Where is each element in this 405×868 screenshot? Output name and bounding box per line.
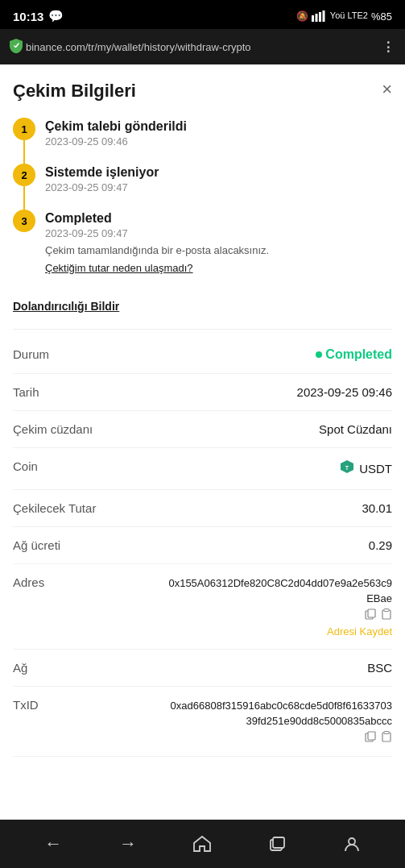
back-button[interactable]: ← xyxy=(35,826,71,862)
save-address-link[interactable]: Adresi Kaydet xyxy=(167,625,392,638)
home-button[interactable] xyxy=(184,826,220,862)
step-circle-1: 1 xyxy=(13,118,35,140)
address-value-section: 0x155A06312Dfe820C8C2d04dd07e9a2e563c9EB… xyxy=(167,575,392,638)
value-status: Completed xyxy=(316,347,392,362)
browser-secure-section: binance.com/tr/my/wallet/history/withdra… xyxy=(10,39,375,56)
info-row-address: Adres 0x155A06312Dfe820C8C2d04dd07e9a2e5… xyxy=(13,564,392,650)
svg-rect-15 xyxy=(273,837,284,848)
info-row-amount: Çekilecek Tutar 30.01 xyxy=(13,490,392,527)
label-fee: Ağ ücreti xyxy=(13,538,93,552)
address-copy-icon[interactable] xyxy=(365,608,376,622)
step-circle-2: 2 xyxy=(13,164,35,186)
txid-value-section: 0xad66808f315916abc0c68cde5d0f8f61633703… xyxy=(167,698,392,745)
status-text: Completed xyxy=(325,347,392,362)
info-row-date: Tarih 2023-09-25 09:46 xyxy=(13,374,392,411)
label-network: Ağ xyxy=(13,661,93,675)
svg-point-16 xyxy=(349,838,355,845)
forward-button[interactable]: → xyxy=(110,826,146,862)
step-time-1: 2023-09-25 09:46 xyxy=(45,135,187,147)
label-amount: Çekilecek Tutar xyxy=(13,501,96,515)
info-row-network: Ağ BSC xyxy=(13,650,392,687)
timeline-content-3: Completed 2023-09-25 09:47 Çekim tamamla… xyxy=(45,210,269,287)
svg-rect-11 xyxy=(368,732,375,740)
timeline-step-1: 1 Çekim talebi gönderildi 2023-09-25 09:… xyxy=(13,118,392,164)
info-row-fee: Ağ ücreti 0.29 xyxy=(13,527,392,564)
timeline-left-2: 2 xyxy=(13,164,35,210)
step-circle-3: 3 xyxy=(13,210,35,232)
txid-text: 0xad66808f315916abc0c68cde5d0f8f61633703… xyxy=(167,698,392,729)
address-paste-icon[interactable] xyxy=(381,608,392,622)
bottom-nav: ← → xyxy=(0,820,405,868)
close-button[interactable]: × xyxy=(382,81,392,98)
value-date: 2023-09-25 09:46 xyxy=(297,385,392,399)
mute-icon: 🔕 xyxy=(296,10,308,22)
status-right: 🔕 Yoü LTE2 %85 xyxy=(296,10,392,23)
value-coin: T USDT xyxy=(340,459,392,478)
timeline-line-2 xyxy=(23,186,25,210)
svg-text:T: T xyxy=(345,464,349,470)
timeline-left-3: 3 xyxy=(13,210,35,287)
coin-text: USDT xyxy=(359,462,392,476)
divider-top xyxy=(13,329,392,330)
address-text: 0x155A06312Dfe820C8C2d04dd07e9a2e563c9EB… xyxy=(167,575,392,607)
usdt-icon: T xyxy=(340,459,354,478)
main-content: Çekim Bilgileri × 1 Çekim talebi gönderi… xyxy=(0,64,405,820)
signal-label: Yoü LTE2 xyxy=(312,10,368,22)
profile-button[interactable] xyxy=(334,826,370,862)
info-row-coin: Coin T USDT xyxy=(13,448,392,490)
browser-menu-icon[interactable]: ⋮ xyxy=(382,39,395,55)
timeline-step-2: 2 Sistemde işleniyor 2023-09-25 09:47 xyxy=(13,164,392,210)
card-title: Çekim Bilgileri xyxy=(13,81,136,102)
info-row-status: Durum Completed xyxy=(13,336,392,374)
step-time-2: 2023-09-25 09:47 xyxy=(45,181,159,193)
info-rows: Durum Completed Tarih 2023-09-25 09:46 Ç… xyxy=(13,336,392,757)
step-time-3: 2023-09-25 09:47 xyxy=(45,227,269,239)
timeline-step-3: 3 Completed 2023-09-25 09:47 Çekim tamam… xyxy=(13,210,392,287)
label-coin: Coin xyxy=(13,459,93,473)
chat-icon: 💬 xyxy=(48,9,64,23)
svg-rect-3 xyxy=(323,10,325,22)
label-status: Durum xyxy=(13,347,93,361)
svg-rect-7 xyxy=(368,609,375,617)
step-title-1: Çekim talebi gönderildi xyxy=(45,119,187,134)
label-wallet: Çekim cüzdanı xyxy=(13,422,93,436)
svg-rect-1 xyxy=(316,14,318,22)
browser-url: binance.com/tr/my/wallet/history/withdra… xyxy=(26,41,251,53)
svg-rect-2 xyxy=(319,12,321,22)
address-actions xyxy=(167,608,392,622)
status-left: 10:13 💬 xyxy=(13,9,64,23)
timeline-content-2: Sistemde işleniyor 2023-09-25 09:47 xyxy=(45,164,159,210)
report-fraud-link[interactable]: Dolandırıcılığı Bildir xyxy=(13,300,392,313)
status-dot xyxy=(316,351,322,358)
label-date: Tarih xyxy=(13,385,93,399)
info-row-txid: TxID 0xad66808f315916abc0c68cde5d0f8f616… xyxy=(13,687,392,757)
info-row-wallet: Çekim cüzdanı Spot Cüzdanı xyxy=(13,411,392,448)
timeline-left-1: 1 xyxy=(13,118,35,164)
value-fee: 0.29 xyxy=(369,538,392,552)
card-header: Çekim Bilgileri × xyxy=(13,81,392,102)
svg-rect-0 xyxy=(312,15,314,22)
step-note-3: Çekim tamamlandığında bir e-posta alacak… xyxy=(45,243,269,259)
label-txid: TxID xyxy=(13,698,93,712)
timeline-content-1: Çekim talebi gönderildi 2023-09-25 09:46 xyxy=(45,118,187,164)
label-address: Adres xyxy=(13,575,93,589)
time-display: 10:13 xyxy=(13,10,43,23)
txid-paste-icon[interactable] xyxy=(381,731,392,745)
svg-rect-13 xyxy=(384,731,389,733)
status-bar: 10:13 💬 🔕 Yoü LTE2 %85 xyxy=(0,0,405,29)
step-title-2: Sistemde işleniyor xyxy=(45,165,159,180)
svg-rect-9 xyxy=(384,608,389,611)
battery-label: %85 xyxy=(371,10,392,23)
txid-copy-icon[interactable] xyxy=(365,731,376,745)
value-network: BSC xyxy=(367,661,392,675)
value-wallet: Spot Cüzdanı xyxy=(319,422,392,436)
step-title-3: Completed xyxy=(45,211,269,226)
timeline-line-1 xyxy=(23,140,25,164)
tabs-button[interactable] xyxy=(259,826,295,862)
browser-bar: binance.com/tr/my/wallet/history/withdra… xyxy=(0,29,405,64)
value-amount: 30.01 xyxy=(362,501,392,515)
step-link-3[interactable]: Çektiğim tutar neden ulaşmadı? xyxy=(45,262,269,274)
shield-icon xyxy=(10,39,23,56)
txid-actions xyxy=(167,731,392,745)
timeline: 1 Çekim talebi gönderildi 2023-09-25 09:… xyxy=(13,118,392,287)
